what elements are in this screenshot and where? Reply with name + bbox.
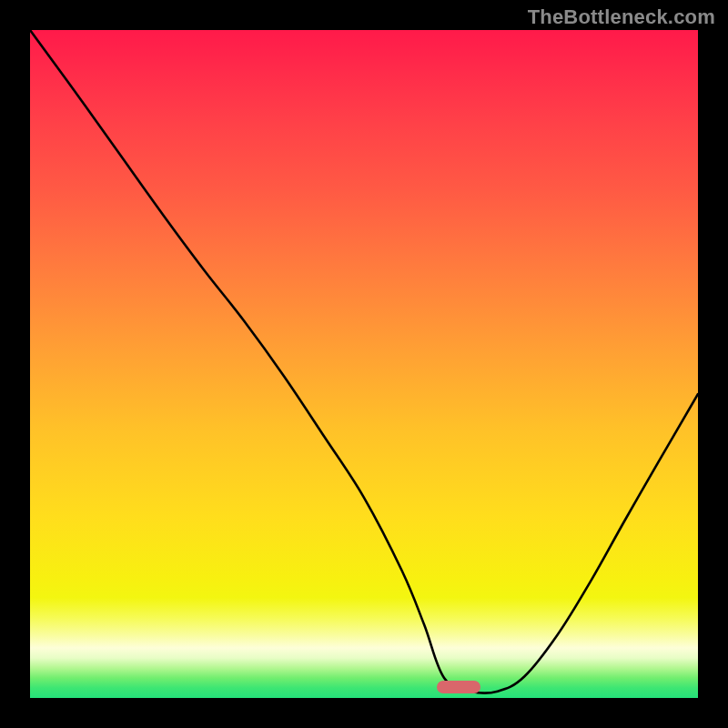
optimal-marker <box>437 681 480 693</box>
curve-layer <box>30 30 698 698</box>
watermark-text: TheBottleneck.com <box>528 5 715 29</box>
bottleneck-curve <box>30 30 698 693</box>
chart-frame: TheBottleneck.com <box>0 0 728 728</box>
plot-area <box>30 30 698 698</box>
